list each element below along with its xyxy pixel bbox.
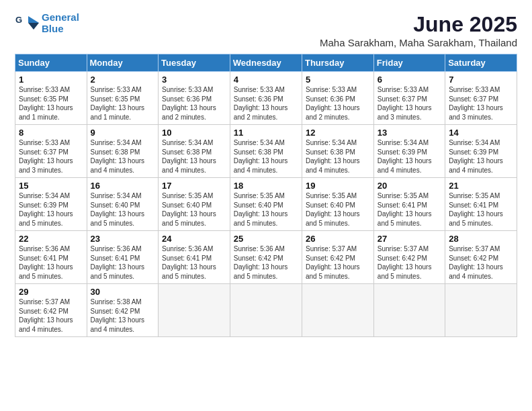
- calendar-cell: 18Sunrise: 5:35 AM Sunset: 6:40 PM Dayli…: [230, 178, 302, 231]
- day-number: 25: [234, 234, 298, 244]
- month-title: June 2025: [320, 12, 517, 37]
- logo: G General Blue: [15, 12, 79, 34]
- day-detail: Sunrise: 5:34 AM Sunset: 6:40 PM Dayligh…: [91, 191, 155, 228]
- day-number: 28: [449, 234, 513, 244]
- title-block: June 2025 Maha Sarakham, Maha Sarakham, …: [320, 12, 517, 48]
- day-number: 17: [162, 181, 226, 191]
- logo-text: General Blue: [42, 12, 79, 34]
- page: G General Blue June 2025 Maha Sarakham, …: [0, 0, 532, 411]
- day-number: 27: [378, 234, 441, 244]
- day-number: 16: [91, 181, 155, 191]
- day-detail: Sunrise: 5:33 AM Sunset: 6:35 PM Dayligh…: [19, 85, 83, 122]
- calendar-cell: [159, 284, 230, 337]
- col-header-friday: Friday: [373, 54, 445, 72]
- day-number: 13: [378, 128, 441, 138]
- calendar-cell: [445, 284, 517, 337]
- day-number: 10: [162, 128, 226, 138]
- day-number: 9: [91, 128, 155, 138]
- day-detail: Sunrise: 5:33 AM Sunset: 6:37 PM Dayligh…: [19, 138, 83, 175]
- day-number: 26: [306, 234, 370, 244]
- day-detail: Sunrise: 5:33 AM Sunset: 6:36 PM Dayligh…: [306, 85, 370, 122]
- calendar-cell: 28Sunrise: 5:37 AM Sunset: 6:42 PM Dayli…: [445, 231, 517, 284]
- day-detail: Sunrise: 5:36 AM Sunset: 6:41 PM Dayligh…: [91, 244, 155, 281]
- calendar-cell: 21Sunrise: 5:35 AM Sunset: 6:41 PM Dayli…: [445, 178, 517, 231]
- logo-line1: General: [42, 11, 79, 23]
- day-number: 14: [449, 128, 513, 138]
- day-number: 3: [162, 75, 226, 85]
- col-header-thursday: Thursday: [302, 54, 373, 72]
- svg-text:G: G: [15, 15, 22, 25]
- calendar-cell: 7Sunrise: 5:33 AM Sunset: 6:37 PM Daylig…: [445, 72, 517, 125]
- day-detail: Sunrise: 5:34 AM Sunset: 6:38 PM Dayligh…: [162, 138, 226, 175]
- day-detail: Sunrise: 5:34 AM Sunset: 6:38 PM Dayligh…: [306, 138, 370, 175]
- week-row-4: 22Sunrise: 5:36 AM Sunset: 6:41 PM Dayli…: [15, 231, 517, 284]
- calendar-cell: 9Sunrise: 5:34 AM Sunset: 6:38 PM Daylig…: [87, 125, 159, 178]
- location-title: Maha Sarakham, Maha Sarakham, Thailand: [320, 37, 517, 48]
- day-detail: Sunrise: 5:35 AM Sunset: 6:41 PM Dayligh…: [378, 191, 441, 228]
- day-detail: Sunrise: 5:34 AM Sunset: 6:38 PM Dayligh…: [91, 138, 155, 175]
- calendar-cell: 10Sunrise: 5:34 AM Sunset: 6:38 PM Dayli…: [159, 125, 230, 178]
- day-number: 30: [91, 287, 155, 297]
- calendar-cell: 23Sunrise: 5:36 AM Sunset: 6:41 PM Dayli…: [87, 231, 159, 284]
- day-number: 18: [234, 181, 298, 191]
- calendar-cell: 5Sunrise: 5:33 AM Sunset: 6:36 PM Daylig…: [302, 72, 373, 125]
- calendar-cell: [373, 284, 445, 337]
- day-number: 5: [306, 75, 370, 85]
- day-detail: Sunrise: 5:35 AM Sunset: 6:40 PM Dayligh…: [234, 191, 298, 228]
- calendar-table: SundayMondayTuesdayWednesdayThursdayFrid…: [15, 54, 517, 337]
- day-detail: Sunrise: 5:37 AM Sunset: 6:42 PM Dayligh…: [449, 244, 513, 281]
- calendar-cell: 20Sunrise: 5:35 AM Sunset: 6:41 PM Dayli…: [373, 178, 445, 231]
- col-header-wednesday: Wednesday: [230, 54, 302, 72]
- day-detail: Sunrise: 5:34 AM Sunset: 6:39 PM Dayligh…: [449, 138, 513, 175]
- calendar-cell: 14Sunrise: 5:34 AM Sunset: 6:39 PM Dayli…: [445, 125, 517, 178]
- day-detail: Sunrise: 5:37 AM Sunset: 6:42 PM Dayligh…: [306, 244, 370, 281]
- day-number: 29: [19, 287, 83, 297]
- calendar-cell: 24Sunrise: 5:36 AM Sunset: 6:41 PM Dayli…: [159, 231, 230, 284]
- day-detail: Sunrise: 5:37 AM Sunset: 6:42 PM Dayligh…: [378, 244, 441, 281]
- day-detail: Sunrise: 5:33 AM Sunset: 6:36 PM Dayligh…: [234, 85, 298, 122]
- day-number: 4: [234, 75, 298, 85]
- week-row-3: 15Sunrise: 5:34 AM Sunset: 6:39 PM Dayli…: [15, 178, 517, 231]
- day-detail: Sunrise: 5:36 AM Sunset: 6:42 PM Dayligh…: [234, 244, 298, 281]
- col-header-tuesday: Tuesday: [159, 54, 230, 72]
- day-number: 12: [306, 128, 370, 138]
- day-detail: Sunrise: 5:35 AM Sunset: 6:40 PM Dayligh…: [306, 191, 370, 228]
- calendar-cell: 8Sunrise: 5:33 AM Sunset: 6:37 PM Daylig…: [15, 125, 87, 178]
- day-detail: Sunrise: 5:33 AM Sunset: 6:36 PM Dayligh…: [162, 85, 226, 122]
- day-number: 7: [449, 75, 513, 85]
- calendar-cell: 27Sunrise: 5:37 AM Sunset: 6:42 PM Dayli…: [373, 231, 445, 284]
- day-detail: Sunrise: 5:36 AM Sunset: 6:41 PM Dayligh…: [162, 244, 226, 281]
- calendar-cell: 13Sunrise: 5:34 AM Sunset: 6:39 PM Dayli…: [373, 125, 445, 178]
- calendar-cell: 15Sunrise: 5:34 AM Sunset: 6:39 PM Dayli…: [15, 178, 87, 231]
- day-detail: Sunrise: 5:37 AM Sunset: 6:42 PM Dayligh…: [19, 298, 83, 334]
- day-number: 20: [378, 181, 441, 191]
- day-detail: Sunrise: 5:33 AM Sunset: 6:35 PM Dayligh…: [91, 85, 155, 122]
- calendar-cell: 11Sunrise: 5:34 AM Sunset: 6:38 PM Dayli…: [230, 125, 302, 178]
- calendar-cell: 25Sunrise: 5:36 AM Sunset: 6:42 PM Dayli…: [230, 231, 302, 284]
- day-number: 23: [91, 234, 155, 244]
- day-detail: Sunrise: 5:33 AM Sunset: 6:37 PM Dayligh…: [449, 85, 513, 122]
- day-number: 2: [91, 75, 155, 85]
- calendar-cell: 29Sunrise: 5:37 AM Sunset: 6:42 PM Dayli…: [15, 284, 87, 337]
- calendar-cell: 26Sunrise: 5:37 AM Sunset: 6:42 PM Dayli…: [302, 231, 373, 284]
- day-detail: Sunrise: 5:34 AM Sunset: 6:39 PM Dayligh…: [378, 138, 441, 175]
- calendar-cell: 19Sunrise: 5:35 AM Sunset: 6:40 PM Dayli…: [302, 178, 373, 231]
- day-detail: Sunrise: 5:36 AM Sunset: 6:41 PM Dayligh…: [19, 244, 83, 281]
- header: G General Blue June 2025 Maha Sarakham, …: [15, 12, 517, 48]
- day-number: 15: [19, 181, 83, 191]
- calendar-cell: [302, 284, 373, 337]
- calendar-cell: 16Sunrise: 5:34 AM Sunset: 6:40 PM Dayli…: [87, 178, 159, 231]
- logo-icon: G: [15, 13, 40, 34]
- calendar-cell: [230, 284, 302, 337]
- day-number: 6: [378, 75, 441, 85]
- col-header-sunday: Sunday: [15, 54, 87, 72]
- week-row-5: 29Sunrise: 5:37 AM Sunset: 6:42 PM Dayli…: [15, 284, 517, 337]
- logo-line2: Blue: [42, 23, 64, 34]
- calendar-cell: 12Sunrise: 5:34 AM Sunset: 6:38 PM Dayli…: [302, 125, 373, 178]
- col-header-monday: Monday: [87, 54, 159, 72]
- calendar-cell: 3Sunrise: 5:33 AM Sunset: 6:36 PM Daylig…: [159, 72, 230, 125]
- day-number: 11: [234, 128, 298, 138]
- calendar-cell: 1Sunrise: 5:33 AM Sunset: 6:35 PM Daylig…: [15, 72, 87, 125]
- day-detail: Sunrise: 5:35 AM Sunset: 6:40 PM Dayligh…: [162, 191, 226, 228]
- calendar-cell: 6Sunrise: 5:33 AM Sunset: 6:37 PM Daylig…: [373, 72, 445, 125]
